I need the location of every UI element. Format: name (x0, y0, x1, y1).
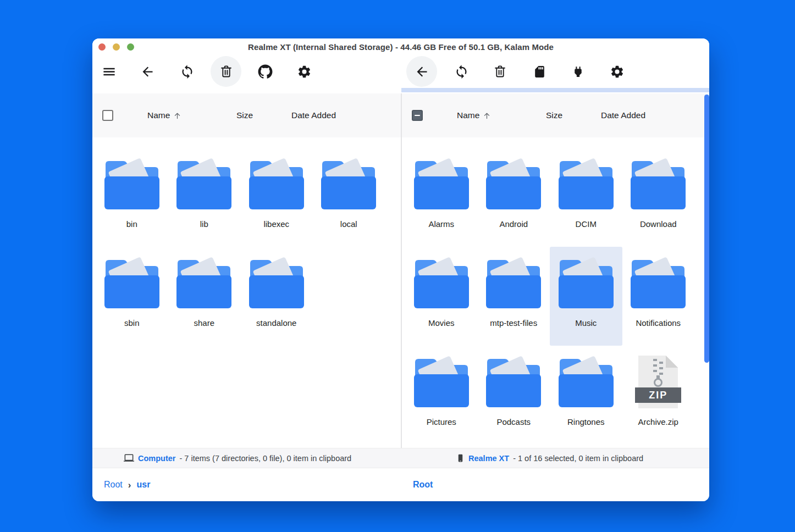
folder-icon (556, 354, 616, 409)
statusbar: Computer - 7 items (7 directories, 0 fil… (92, 448, 709, 468)
folder-icon (174, 157, 234, 212)
device-link[interactable]: Realme XT (468, 454, 509, 463)
column-date-added[interactable]: Date Added (601, 93, 645, 137)
file-item-label: Podcasts (478, 417, 550, 426)
disconnect-button[interactable] (562, 56, 593, 87)
file-item-label: Download (622, 219, 695, 229)
menu-button[interactable] (93, 56, 124, 87)
delete-button[interactable] (211, 56, 241, 87)
file-item[interactable]: Pictures (405, 346, 478, 445)
file-item[interactable]: standalone (240, 247, 313, 346)
device-breadcrumb: Root (413, 468, 433, 501)
file-item-label: Ringtones (550, 417, 622, 426)
device-back-button[interactable] (406, 56, 437, 87)
device-file-grid: Alarms Android DCIM Download Movies mtp-… (402, 137, 709, 448)
file-item[interactable]: Podcasts (478, 346, 550, 445)
local-status: Computer - 7 items (7 directories, 0 fil… (124, 448, 351, 468)
usb-plug-icon (571, 65, 585, 79)
device-progress-strip (401, 88, 709, 92)
sd-card-icon (533, 65, 546, 79)
device-settings-button[interactable] (601, 56, 632, 87)
column-name[interactable]: Name (457, 93, 491, 137)
computer-link[interactable]: Computer (138, 454, 175, 463)
file-item-label: Archive.zip (622, 417, 695, 426)
window-title: Realme XT (Internal Shared Storage) - 44… (92, 42, 709, 52)
file-item[interactable]: Alarms (405, 148, 478, 247)
folder-icon (556, 256, 616, 311)
file-item[interactable]: Movies (405, 247, 478, 346)
file-item[interactable]: lib (168, 148, 241, 247)
folder-icon (319, 157, 378, 212)
refresh-icon (180, 64, 195, 79)
file-item-label: DCIM (550, 219, 622, 229)
laptop-icon (124, 453, 134, 463)
folder-icon (628, 157, 688, 212)
folder-icon (412, 256, 471, 311)
breadcrumb-root[interactable]: Root (413, 480, 433, 490)
back-button[interactable] (132, 56, 163, 87)
file-item[interactable]: DCIM (550, 148, 622, 247)
local-file-grid: bin lib libexec local sbin share (92, 137, 401, 448)
file-item[interactable]: Download (622, 148, 695, 247)
file-item-selected[interactable]: Music (550, 247, 622, 346)
delete-icon (493, 64, 507, 79)
file-item[interactable]: local (313, 148, 385, 247)
device-pane-scrollbar[interactable] (704, 95, 709, 363)
folder-icon (102, 157, 162, 212)
delete-icon (219, 64, 234, 79)
back-icon (415, 64, 429, 79)
file-item-label: bin (96, 219, 168, 229)
file-item[interactable]: Android (478, 148, 550, 247)
breadcrumb-bar: Root › usr Root (92, 468, 709, 501)
folder-icon (628, 256, 688, 311)
folder-icon (174, 256, 234, 311)
column-size[interactable]: Size (236, 93, 253, 137)
sort-ascending-icon (483, 112, 491, 120)
refresh-button[interactable] (172, 56, 202, 87)
column-date-added[interactable]: Date Added (291, 93, 336, 137)
file-item-label: mtp-test-files (478, 318, 550, 328)
github-icon (258, 64, 273, 79)
settings-button[interactable] (289, 56, 319, 87)
folder-icon (247, 256, 306, 311)
device-delete-button[interactable] (484, 56, 515, 87)
folder-icon (412, 354, 471, 409)
file-item[interactable]: Ringtones (550, 346, 622, 445)
column-size[interactable]: Size (546, 93, 562, 137)
column-name[interactable]: Name (147, 93, 181, 137)
file-item[interactable]: share (168, 247, 241, 346)
folder-icon (412, 157, 471, 212)
toolbar (92, 55, 709, 89)
breadcrumb-current[interactable]: usr (136, 480, 150, 490)
file-item-label: libexec (240, 219, 313, 229)
file-item[interactable]: Notifications (622, 247, 695, 346)
zip-icon: ZIP (628, 354, 688, 409)
file-item-label: Alarms (405, 219, 478, 229)
device-pane: Name Size Date Added Alarms Android DCIM (402, 93, 709, 448)
file-item[interactable]: mtp-test-files (478, 247, 550, 346)
file-item-label: local (313, 219, 385, 229)
file-item-label: Movies (405, 318, 478, 328)
device-status: Realme XT - 1 of 16 selected, 0 item in … (456, 448, 643, 468)
storage-select-button[interactable] (524, 56, 555, 87)
file-item[interactable]: libexec (240, 148, 313, 247)
select-all-checkbox[interactable] (412, 110, 423, 121)
settings-icon (297, 64, 312, 79)
file-item-label: Music (550, 318, 622, 328)
app-window: Realme XT (Internal Shared Storage) - 44… (92, 38, 709, 501)
file-item[interactable]: sbin (96, 247, 168, 346)
file-item[interactable]: bin (96, 148, 168, 247)
breadcrumb-root[interactable]: Root (104, 480, 123, 490)
file-item-label: lib (168, 219, 241, 229)
smartphone-icon (456, 454, 465, 462)
select-all-checkbox[interactable] (102, 110, 113, 121)
menu-icon (102, 64, 117, 79)
device-status-detail: - 1 of 16 selected, 0 item in clipboard (513, 454, 643, 463)
file-item[interactable]: ZIP Archive.zip (622, 346, 695, 445)
device-refresh-button[interactable] (446, 56, 477, 87)
github-button[interactable] (250, 56, 280, 87)
zip-badge: ZIP (635, 387, 681, 403)
chevron-right-icon: › (128, 480, 131, 490)
file-item-label: Android (478, 219, 550, 229)
file-panes: Name Size Date Added bin lib libexec (92, 93, 709, 448)
